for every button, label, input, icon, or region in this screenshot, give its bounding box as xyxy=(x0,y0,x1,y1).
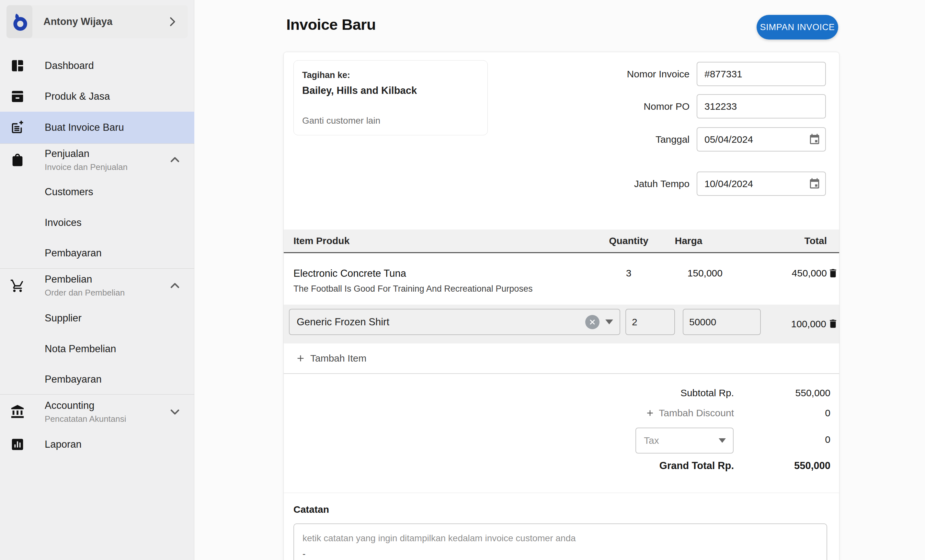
sidebar-item-dashboard[interactable]: Dashboard xyxy=(0,50,194,81)
column-header-harga: Harga xyxy=(655,235,723,246)
column-header-total: Total xyxy=(723,235,827,246)
plus-icon xyxy=(645,408,655,418)
change-customer-link[interactable]: Ganti customer lain xyxy=(302,116,380,126)
column-header-item-produk: Item Produk xyxy=(284,235,603,246)
grand-total-label: Grand Total Rp. xyxy=(660,460,734,471)
trash-icon xyxy=(827,318,839,329)
sidebar-item-pembayaran-penjualan[interactable]: Pembayaran xyxy=(0,238,194,268)
sidebar-item-nota-pembelian[interactable]: Nota Pembelian xyxy=(0,333,194,364)
dashboard-icon xyxy=(10,58,25,74)
dropdown-caret-icon[interactable] xyxy=(605,320,613,324)
product-select[interactable]: Generic Frozen Shirt xyxy=(289,309,620,335)
chevron-right-icon xyxy=(166,15,179,28)
new-invoice-icon xyxy=(10,120,25,135)
tanggal-label: Tanggal xyxy=(559,134,697,145)
add-discount-button[interactable]: Tambah Discount xyxy=(645,408,734,419)
column-header-quantity: Quantity xyxy=(603,235,655,246)
field-row-jatuh-tempo: Jatuh Tempo xyxy=(559,171,833,196)
item-quantity: 3 xyxy=(603,254,655,305)
jatuh-tempo-input[interactable] xyxy=(697,171,826,196)
sidebar-item-laporan[interactable]: Laporan xyxy=(0,429,194,459)
price-input[interactable] xyxy=(683,309,761,335)
sidebar-item-customers[interactable]: Customers xyxy=(0,176,194,207)
trash-icon xyxy=(827,268,839,279)
notes-textarea[interactable]: ketik catatan yang ingin ditampilkan ked… xyxy=(294,523,827,560)
quantity-input[interactable] xyxy=(625,309,675,335)
items-table-header: Item Produk Quantity Harga Total xyxy=(284,230,839,253)
invoice-form-card: Tagihan ke: Bailey, Hills and Kilback Ga… xyxy=(283,52,839,560)
billing-customer-name: Bailey, Hills and Kilback xyxy=(302,85,479,96)
billing-label: Tagihan ke: xyxy=(302,70,479,80)
save-invoice-button[interactable]: SIMPAN INVOICE xyxy=(756,15,838,39)
billing-card: Tagihan ke: Bailey, Hills and Kilback Ga… xyxy=(294,60,488,135)
discount-value: 0 xyxy=(825,408,830,419)
user-name: Antony Wijaya xyxy=(44,16,166,27)
tax-value: 0 xyxy=(825,434,830,445)
tax-row: 0 xyxy=(284,434,839,448)
clear-selection-icon[interactable] xyxy=(585,315,600,329)
purchases-cart-icon xyxy=(10,278,25,294)
nomor-po-label: Nomor PO xyxy=(559,101,697,112)
tanggal-input[interactable] xyxy=(697,127,826,152)
editing-row-total: 100,000 xyxy=(791,305,826,344)
sidebar-group-penjualan[interactable]: Penjualan Invoice dan Penjualan xyxy=(0,144,194,176)
subtotal-value: 550,000 xyxy=(795,387,830,398)
field-row-nomor-po: Nomor PO xyxy=(559,94,833,119)
sidebar-item-produk-jasa[interactable]: Produk & Jasa xyxy=(0,81,194,112)
field-row-tanggal: Tanggal xyxy=(559,127,833,152)
chevron-down-icon xyxy=(168,405,182,419)
calendar-icon[interactable] xyxy=(808,134,821,147)
table-row-editing: Generic Frozen Shirt 100,000 xyxy=(284,305,839,344)
sales-bag-icon xyxy=(10,152,25,168)
sidebar-group-accounting[interactable]: Accounting Pencatatan Akuntansi xyxy=(0,395,194,429)
brand-b-icon xyxy=(9,12,30,32)
grand-total-row: Grand Total Rp. 550,000 xyxy=(284,460,839,474)
sidebar-item-invoices[interactable]: Invoices xyxy=(0,207,194,238)
plus-icon xyxy=(295,353,306,363)
grand-total-value: 550,000 xyxy=(794,460,830,471)
accounting-bank-icon xyxy=(10,404,25,419)
item-description: The Football Is Good For Training And Re… xyxy=(284,284,603,294)
user-profile[interactable]: Antony Wijaya xyxy=(6,5,188,38)
add-item-button[interactable]: Tambah Item xyxy=(284,344,839,374)
app-window: Antony Wijaya Dashboard Produk & Jasa Bu… xyxy=(0,0,925,560)
nomor-invoice-label: Nomor Invoice xyxy=(559,69,697,80)
sidebar-item-buat-invoice-baru[interactable]: Buat Invoice Baru xyxy=(0,112,194,143)
field-row-nomor-invoice: Nomor Invoice xyxy=(559,62,833,86)
products-box-icon xyxy=(10,89,25,104)
notes-value: - xyxy=(303,549,818,559)
chevron-up-icon xyxy=(168,279,182,293)
nomor-po-input[interactable] xyxy=(697,94,826,119)
item-name: Electronic Concrete Tuna xyxy=(284,268,603,279)
sidebar-item-pembayaran-pembelian[interactable]: Pembayaran xyxy=(0,364,194,394)
subtotal-row: Subtotal Rp. 550,000 xyxy=(284,387,839,402)
subtotal-label: Subtotal Rp. xyxy=(681,387,734,398)
delete-item-button[interactable] xyxy=(827,318,839,329)
reports-chart-icon xyxy=(10,437,25,452)
discount-row: Tambah Discount 0 xyxy=(284,408,839,422)
table-row-item: Electronic Concrete Tuna The Football Is… xyxy=(284,254,839,305)
item-price: 150,000 xyxy=(655,254,723,305)
sidebar: Antony Wijaya Dashboard Produk & Jasa Bu… xyxy=(0,0,194,560)
notes-placeholder: ketik catatan yang ingin ditampilkan ked… xyxy=(303,533,818,543)
notes-title: Catatan xyxy=(294,504,329,515)
delete-item-button[interactable] xyxy=(827,268,839,279)
page-title: Invoice Baru xyxy=(286,15,376,33)
nomor-invoice-input[interactable] xyxy=(697,62,826,86)
sidebar-item-supplier[interactable]: Supplier xyxy=(0,303,194,333)
sidebar-group-pembelian[interactable]: Pembelian Order dan Pembelian xyxy=(0,269,194,303)
chevron-up-icon xyxy=(168,153,182,167)
calendar-icon[interactable] xyxy=(808,178,821,191)
item-total: 450,000 xyxy=(723,254,827,305)
product-select-value: Generic Frozen Shirt xyxy=(297,316,585,328)
section-divider xyxy=(284,492,839,493)
jatuh-tempo-label: Jatuh Tempo xyxy=(559,179,697,189)
app-logo xyxy=(6,5,32,38)
